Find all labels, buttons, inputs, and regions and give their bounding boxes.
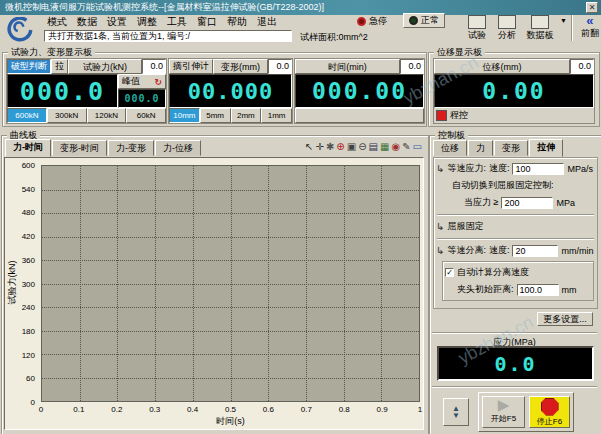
zoom-in-icon[interactable]: ⊕ (335, 141, 345, 153)
time-footer-strip (295, 108, 424, 123)
menu-item-退出[interactable]: 退出 (252, 15, 282, 29)
const-stress-unit: MPa/s (567, 164, 593, 174)
cursor-icon[interactable]: ↖ (304, 141, 314, 153)
break-judge-button[interactable]: 破型判断 (7, 59, 51, 74)
deform-range-1mm[interactable]: 1mm (261, 108, 292, 123)
pan-icon[interactable]: ✛ (315, 141, 325, 153)
control-tab-位移[interactable]: 位移 (433, 140, 467, 156)
specimen-area-text: 试样面积:0mm^2 (300, 31, 368, 44)
grip-dist-input[interactable]: 100.0 (517, 284, 559, 296)
force-range-300kN[interactable]: 300kN (47, 108, 87, 123)
analysis-label: 分析 (498, 29, 516, 42)
chart-xtick-label: 0.5 (225, 405, 236, 414)
control-tab-力[interactable]: 力 (468, 140, 493, 156)
force-header-value: 0.0 (142, 59, 166, 74)
title-bar: 微机控制电液伺服万能试验机测控系统--[金属材料室温拉伸试验(GB/T228-2… (0, 0, 601, 15)
deform-main-display: 00.000 (169, 74, 292, 108)
const-stress-speed-input[interactable]: 100 (512, 163, 564, 175)
start-button[interactable]: ▶ 开始F5 (482, 396, 525, 428)
print-icon[interactable]: ▤ (368, 141, 379, 153)
when-stress-input[interactable]: 200 (501, 197, 553, 209)
chart-xtick-label: 0.4 (187, 405, 198, 414)
branch-icon-2: ↳ (436, 221, 444, 232)
program-control-icon (436, 110, 447, 121)
monitor-icon[interactable]: ▭ (412, 141, 423, 153)
auto-calc-checkbox[interactable]: ✓ (445, 268, 454, 277)
speed-label-2: 速度: (489, 244, 510, 257)
program-control-label: 程控 (450, 109, 468, 122)
databoard-icon (531, 15, 549, 29)
data-position-field[interactable]: 共打开数据1条, 当前位置为1, 编号:/ (44, 30, 292, 42)
brush-icon[interactable]: ✎ (401, 141, 411, 153)
menu-item-模式[interactable]: 模式 (42, 15, 72, 29)
const-stress-label: 等速应力: (447, 162, 486, 175)
chart-ytick-label: 480 (22, 208, 35, 217)
menu-item-窗口[interactable]: 窗口 (192, 15, 222, 29)
zoom-window-icon[interactable]: ▣ (346, 141, 357, 153)
chart-plot[interactable] (41, 165, 420, 402)
test-button[interactable]: 试验 (464, 15, 490, 42)
extensometer-button[interactable]: 摘引伸计 (169, 59, 213, 74)
control-tab-拉伸[interactable]: 拉伸 (529, 139, 563, 157)
camera-icon[interactable]: ◉ (390, 141, 401, 153)
hand-icon[interactable]: ✱ (325, 141, 335, 153)
menu-item-调整[interactable]: 调整 (132, 15, 162, 29)
page-prev-button[interactable]: « 前翻 (577, 15, 601, 40)
curve-tab-力-变形[interactable]: 力-变形 (108, 140, 154, 156)
analysis-button[interactable]: 分析 (494, 15, 520, 42)
curve-panel: 曲线板 力-时间变形-时间力-变形力-位移 ↖✛✱⊕▣⊖▤▦◉✎▭ 060120… (1, 135, 429, 434)
chart-ytick-label: 180 (22, 326, 35, 335)
close-button[interactable]: ✕ (586, 2, 598, 13)
deform-range-5mm[interactable]: 5mm (200, 108, 231, 123)
branch-icon-3: ↳ (436, 245, 444, 256)
page-prev-icon: « (586, 15, 593, 27)
displacement-cluster: 位移(mm) 0.0 0.00 程控 (433, 58, 595, 124)
deform-range-10mm[interactable]: 10mm (169, 108, 200, 123)
auto-calc-label: 自动计算分离速度 (457, 266, 529, 279)
force-range-60kN[interactable]: 60kN (126, 108, 166, 123)
peak-refresh-icon[interactable]: ↻ (154, 77, 162, 87)
control-tab-变形[interactable]: 变形 (494, 140, 528, 156)
when-stress-unit: MPa (556, 198, 575, 208)
force-range-120kN[interactable]: 120kN (87, 108, 127, 123)
databoard-dropdown-icon[interactable]: ▼ (560, 17, 567, 24)
curve-tab-力-位移[interactable]: 力-位移 (155, 140, 201, 156)
chart-xtick-label: 0.3 (149, 405, 160, 414)
chart-toolbar: ↖✛✱⊕▣⊖▤▦◉✎▭ (304, 141, 423, 153)
start-label: 开始F5 (483, 413, 524, 424)
analysis-icon (498, 15, 516, 29)
force-range-600kN[interactable]: 600kN (7, 108, 47, 123)
curve-tab-变形-时间[interactable]: 变形-时间 (52, 140, 107, 156)
emergency-stop-label: 急停 (369, 15, 387, 28)
menu-item-帮助[interactable]: 帮助 (222, 15, 252, 29)
normal-mode-icon (409, 16, 418, 25)
chart-vgridline (155, 166, 156, 401)
test-icon (468, 15, 486, 29)
pull-mode-button[interactable]: 拉 (51, 59, 68, 74)
more-settings-button[interactable]: 更多设置... (537, 312, 593, 326)
chart-xaxis-label: 时间(s) (41, 415, 420, 428)
const-sep-speed-input[interactable]: 20 (512, 245, 558, 257)
displacement-display-panel: 位移显示板 位移(mm) 0.0 0.00 程控 (428, 52, 600, 127)
jog-down-icon: ▼ (452, 412, 460, 419)
branch-icon: ↳ (436, 163, 444, 174)
chart-ytick-label: 420 (22, 232, 35, 241)
zoom-out-icon[interactable]: ⊖ (357, 141, 367, 153)
deform-cluster: 摘引伸计 变形(mm) 0.0 00.000 10mm5mm2mm1mm (168, 58, 293, 124)
databoard-button[interactable]: 数据板 (524, 15, 556, 42)
peak-label: 峰值 (122, 75, 140, 88)
menu-item-工具[interactable]: 工具 (162, 15, 192, 29)
normal-mode-button[interactable]: 正常 (403, 13, 445, 28)
chart-xtick-label: 0.2 (111, 405, 122, 414)
deform-range-2mm[interactable]: 2mm (231, 108, 262, 123)
stop-button[interactable]: 停止F6 (529, 396, 570, 428)
force-cluster: 破型判断 拉 试验力(kN) 0.0 000.0 峰值 ↻ 000.0 600k… (6, 58, 167, 124)
menu-item-数据[interactable]: 数据 (72, 15, 102, 29)
curve-tab-力-时间[interactable]: 力-时间 (5, 139, 51, 157)
emergency-stop-icon (357, 17, 366, 26)
crosshead-jog-button[interactable]: ▲ ▼ (443, 398, 469, 426)
report-icon[interactable]: ▦ (379, 141, 390, 153)
chart-ytick-label: 600 (22, 161, 35, 170)
menu-item-设置[interactable]: 设置 (102, 15, 132, 29)
emergency-stop-button[interactable]: 急停 (352, 14, 392, 29)
